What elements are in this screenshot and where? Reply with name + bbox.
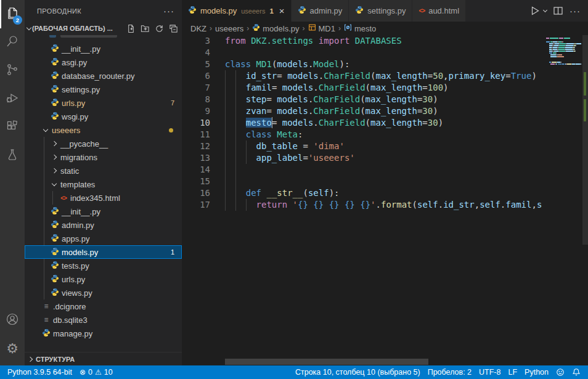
code-line-17[interactable]: 17 return '{} {} {} {} {}'.format(self.i… — [182, 199, 588, 211]
minimap[interactable] — [544, 35, 582, 365]
tree-item-models.py[interactable]: models.py1 — [25, 245, 182, 259]
status-problems[interactable]: ⊗ 0 ⚠ 10 — [76, 365, 116, 379]
code-line-9[interactable]: 9 zvan= models.CharField(max_length=30) — [182, 105, 588, 117]
collapse-all-icon[interactable] — [169, 24, 178, 33]
breadcrumb-MD1[interactable]: MD1 — [308, 23, 335, 33]
tree-item-label: static — [60, 166, 79, 176]
tree-item-apps.py[interactable]: apps.py — [25, 232, 182, 245]
activity-item-extensions[interactable] — [0, 113, 25, 142]
workspace-section-header[interactable]: (РАБОЧАЯ ОБЛАСТЬ) ... — [25, 22, 182, 35]
tree-item-.dcignore[interactable]: ≡.dcignore — [25, 300, 182, 313]
tree-item-settings.py[interactable]: settings.py — [25, 83, 182, 96]
editor-more-actions-button[interactable]: ··· — [570, 6, 581, 16]
run-dropdown-chevron-icon[interactable] — [543, 8, 547, 12]
tab-label: settings.py — [367, 6, 406, 15]
tree-item-static[interactable]: static — [25, 164, 182, 177]
new-folder-icon[interactable] — [141, 24, 150, 33]
status-python-interpreter[interactable]: Python 3.9.5 64-bit — [4, 365, 76, 379]
breadcrumbs: DKZ›useeers›models.py›MD1›mesto — [182, 22, 588, 35]
activity-item-run-debug[interactable] — [0, 85, 25, 113]
explorer-more-actions-icon[interactable]: ··· — [163, 6, 174, 16]
tree-item-__pycache__[interactable]: __pycache__ — [25, 137, 182, 150]
tree-item-tests.py[interactable]: tests.py — [25, 259, 182, 272]
tree-item-urls.py[interactable]: urls.py7 — [25, 96, 182, 110]
breadcrumb-models.py[interactable]: models.py — [252, 23, 299, 33]
tree-item-useeers[interactable]: useeers — [25, 123, 182, 137]
code-line-14[interactable]: 14 — [182, 164, 588, 176]
tree-item-__init__.py[interactable]: __init__.py — [25, 205, 182, 218]
python-icon — [51, 98, 59, 108]
tree-item-label: __init__.py — [62, 44, 100, 54]
activity-item-account[interactable] — [0, 306, 25, 335]
tree-item-urls.py[interactable]: urls.py — [25, 272, 182, 286]
tree-item-manage.py[interactable]: manage.py — [25, 327, 182, 340]
tab-label: admin.py — [310, 6, 343, 15]
breadcrumb-DKZ[interactable]: DKZ — [190, 24, 206, 33]
horizontal-scrollbar-thumb[interactable] — [225, 359, 428, 365]
activity-item-search[interactable] — [0, 28, 25, 57]
code-line-16[interactable]: 16 def __str__(self): — [182, 187, 588, 199]
chevron-down-icon — [52, 181, 57, 185]
tree-item-migrations[interactable]: migrations — [25, 150, 182, 164]
line-number: 3 — [182, 35, 210, 47]
tree-item-label: admin.py — [62, 221, 94, 230]
tree-item-views.py[interactable]: views.py — [25, 286, 182, 300]
tree-item-wsgi.py[interactable]: wsgi.py — [25, 110, 182, 123]
file-tree: __init__.pyasgi.pydatabase_roouter.pyset… — [25, 35, 182, 340]
code-line-4[interactable]: 4 — [182, 47, 588, 59]
line-number: 4 — [182, 47, 210, 59]
tree-item-db.sqlite3[interactable]: ≡db.sqlite3 — [25, 313, 182, 327]
code-line-5[interactable]: 5class MD1(models.Model): — [182, 59, 588, 70]
outline-section-header[interactable]: СТРУКТУРА — [25, 352, 182, 365]
tab-admin.py[interactable]: admin.py — [292, 0, 349, 22]
tree-item-index345.html[interactable]: <>index345.html — [25, 191, 182, 205]
line-number: 13 — [182, 152, 210, 164]
code-line-15[interactable]: 15 — [182, 176, 588, 187]
activity-item-testing[interactable] — [0, 142, 25, 170]
status-encoding[interactable]: UTF-8 — [475, 365, 504, 379]
tab-bar: models.pyuseeers1×admin.pysettings.py<>a… — [182, 0, 588, 22]
code-line-11[interactable]: 11 class Meta: — [182, 129, 588, 141]
status-feedback[interactable] — [552, 365, 568, 379]
status-eol[interactable]: LF — [504, 365, 521, 379]
breadcrumb-useeers[interactable]: useeers — [215, 24, 243, 33]
tree-item-label: apps.py — [62, 234, 90, 243]
vertical-scrollbar[interactable] — [582, 35, 588, 365]
refresh-icon[interactable] — [155, 24, 164, 33]
code-line-3[interactable]: 3from DKZ.settings import DATABASES — [182, 35, 588, 47]
line-number: 12 — [182, 141, 210, 152]
problems-badge: 7 — [171, 99, 174, 107]
tree-item-database_roouter.py[interactable]: database_roouter.py — [25, 69, 182, 83]
tab-models.py[interactable]: models.pyuseeers1× — [182, 0, 292, 22]
breadcrumb-separator: › — [338, 24, 341, 33]
tree-item-asgi.py[interactable]: asgi.py — [25, 55, 182, 69]
code-line-12[interactable]: 12 db_table = 'dima' — [182, 141, 588, 152]
status-notifications[interactable] — [568, 365, 584, 379]
code-line-13[interactable]: 13 app_label='useeers' — [182, 152, 588, 164]
code-line-6[interactable]: 6 id_str= models.CharField(max_length=50… — [182, 70, 588, 82]
code-line-7[interactable]: 7 famil= models.CharField(max_length=100… — [182, 82, 588, 94]
activity-item-source-control[interactable] — [0, 57, 25, 85]
chevron-down-icon — [27, 25, 31, 30]
activity-item-explorer[interactable]: 2 — [0, 0, 25, 28]
tab-aud.html[interactable]: <>aud.html — [412, 0, 466, 22]
activity-item-settings[interactable]: ⚙ — [0, 335, 25, 363]
run-python-file-button[interactable] — [529, 6, 540, 16]
new-file-icon[interactable] — [126, 24, 136, 33]
tab-settings.py[interactable]: settings.py — [349, 0, 412, 22]
vertical-scrollbar-thumb[interactable] — [582, 35, 588, 245]
code-line-10[interactable]: 10 mesto= models.CharField(max_length=30… — [182, 117, 588, 129]
tree-item-__init__.py[interactable]: __init__.py — [25, 42, 182, 55]
breadcrumb-mesto[interactable]: mesto — [344, 23, 376, 33]
tree-item-label: views.py — [62, 288, 92, 298]
split-editor-button[interactable] — [553, 6, 563, 16]
python-icon — [51, 206, 59, 217]
status-cursor-position[interactable]: Строка 10, столбец 10 (выбрано 5) — [292, 365, 424, 379]
tree-item-templates[interactable]: templates — [25, 177, 182, 191]
status-indentation[interactable]: Пробелов: 2 — [424, 365, 475, 379]
code-line-8[interactable]: 8 step= models.CharField(max_length=30) — [182, 94, 588, 105]
status-language-mode[interactable]: Python — [521, 365, 552, 379]
tree-item-admin.py[interactable]: admin.py — [25, 218, 182, 232]
python-icon — [51, 71, 59, 81]
close-icon[interactable]: × — [279, 6, 285, 15]
